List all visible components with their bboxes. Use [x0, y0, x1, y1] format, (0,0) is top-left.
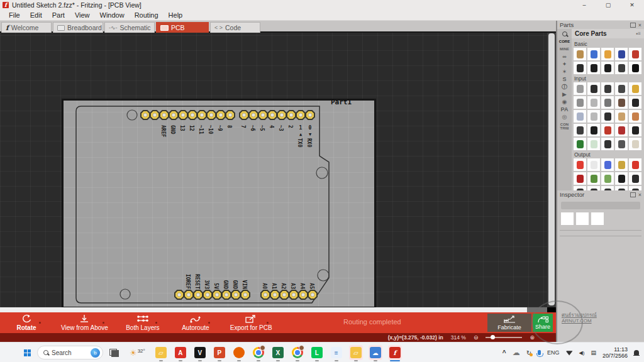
part-imu-board[interactable]	[615, 138, 628, 150]
export-for-pcb-button[interactable]: Export for PCB	[230, 314, 272, 331]
part-part[interactable]	[629, 186, 641, 190]
notifications-icon[interactable]	[634, 350, 639, 355]
menu-help[interactable]: Help	[164, 11, 188, 20]
tab-mine[interactable]: MINE	[560, 47, 569, 51]
both-layers-button[interactable]: Both Layers	[125, 314, 161, 331]
part-transistor-pnp[interactable]	[587, 62, 600, 74]
part-ic-chip[interactable]	[615, 62, 628, 74]
vertical-scrollbar[interactable]	[547, 33, 556, 307]
taskbar-app-chrome-profile-2[interactable]	[291, 345, 304, 360]
part-capacitor-ceramic[interactable]	[587, 48, 600, 60]
part-lcd-screen[interactable]	[601, 172, 614, 185]
part-jumper-wire[interactable]	[615, 110, 628, 123]
weather-widget[interactable]: ☀ 32°	[130, 348, 145, 358]
part-led-matrix[interactable]	[574, 172, 586, 185]
part-photoresistor[interactable]	[629, 110, 641, 123]
part-phototransistor[interactable]	[629, 124, 641, 136]
float-panel-icon[interactable]	[630, 192, 636, 197]
part-toggle-switch[interactable]	[629, 96, 641, 109]
tab-picaxe[interactable]: ▶	[562, 92, 567, 96]
part-antenna[interactable]	[601, 138, 614, 150]
part-capacitor-electrolytic[interactable]	[615, 48, 628, 60]
taskbar-app-excel[interactable]: X	[271, 345, 285, 360]
tab-code[interactable]: < >Code	[210, 22, 260, 33]
tab-sparkfun[interactable]: ∞	[562, 55, 566, 58]
part-microphone[interactable]	[587, 82, 600, 95]
tab-snootlab[interactable]: ◉	[562, 100, 567, 104]
close-button[interactable]: ✕	[620, 0, 644, 10]
taskbar-search[interactable]: Search b	[37, 346, 103, 359]
dropdown-dot[interactable]	[39, 322, 41, 324]
part-lcd-16x2[interactable]	[587, 172, 600, 185]
menu-view[interactable]: View	[70, 11, 95, 20]
tab-propeller[interactable]: ◎	[562, 115, 567, 119]
taskbar-app-powerpoint[interactable]: P	[213, 345, 226, 360]
scrollbar-thumb[interactable]	[548, 33, 555, 305]
bin-menu-icon[interactable]: ▪≡	[636, 31, 641, 36]
tab-intel[interactable]: ⓘ	[562, 85, 567, 89]
menu-routing[interactable]: Routing	[130, 11, 164, 20]
part-rotary-encoder[interactable]	[629, 82, 641, 95]
taskbar-app-firefox[interactable]	[232, 345, 246, 360]
menu-file[interactable]: File	[4, 11, 25, 20]
tab-seeed[interactable]: ✶	[562, 70, 567, 74]
parts-search-button[interactable]	[557, 29, 572, 38]
start-button[interactable]	[24, 349, 31, 356]
part-potentiometer[interactable]	[574, 82, 586, 95]
zoom-in-icon[interactable]: ⊕	[530, 334, 535, 341]
taskbar-app-onedrive-app[interactable]: ☁	[369, 345, 382, 360]
inspector-preview-schematic[interactable]	[576, 212, 589, 225]
part-led-rgb[interactable]	[601, 158, 614, 171]
part-mystery-part[interactable]	[629, 62, 641, 74]
volume-icon[interactable]: ◀)	[579, 350, 585, 356]
part-diode[interactable]	[574, 62, 586, 74]
part-connector[interactable]	[574, 124, 586, 136]
part-crystal[interactable]	[587, 110, 600, 123]
onedrive-icon[interactable]: ☁	[513, 348, 520, 357]
part-reed-switch[interactable]	[587, 138, 600, 150]
taskbar-app-file-explorer[interactable]: ▱	[154, 345, 168, 360]
part-part[interactable]	[574, 186, 586, 190]
tab-sparkfun-s[interactable]: S	[562, 77, 566, 81]
part-resonator[interactable]	[601, 96, 614, 109]
part-slide-switch[interactable]	[615, 82, 628, 95]
pcb-canvas[interactable]: Part1 AREFGND1312~11~10~987~6~54~321▲TX0…	[0, 33, 547, 307]
part-humidity-sensor[interactable]	[629, 138, 641, 150]
part-rotary-dip[interactable]	[587, 96, 600, 109]
clock[interactable]: 11:13 20/7/2566	[602, 346, 628, 359]
close-panel-icon[interactable]: ×	[638, 22, 641, 28]
dropdown-dot[interactable]	[155, 322, 157, 324]
inspector-preview-pcb[interactable]	[591, 212, 604, 225]
horizontal-scrollbar[interactable]	[0, 307, 547, 312]
tab-contrib[interactable]: CON TRIB	[557, 123, 572, 130]
fabricate-button[interactable]: Fabricate	[487, 314, 531, 332]
menu-edit[interactable]: Edit	[25, 11, 47, 20]
tab-schematic[interactable]: -∿-Schematic	[104, 22, 155, 33]
dropdown-dot[interactable]	[267, 322, 269, 324]
task-view-button[interactable]	[109, 349, 118, 356]
rotate-button[interactable]: Rotate	[8, 314, 45, 331]
part-speaker[interactable]	[629, 172, 641, 185]
part-part[interactable]	[587, 186, 600, 190]
device-icon[interactable]: ▤	[591, 349, 596, 356]
scrollbar-thumb[interactable]	[0, 307, 527, 312]
part-piezo-buzzer[interactable]	[615, 172, 628, 185]
dropdown-dot[interactable]	[103, 322, 104, 324]
microphone-icon[interactable]	[538, 350, 541, 355]
part-pcb-module-green[interactable]	[574, 138, 586, 150]
part-inductor-coil[interactable]	[629, 48, 641, 60]
zoom-slider-thumb[interactable]	[491, 335, 495, 339]
taskbar-app-line[interactable]: L	[310, 345, 324, 360]
minimize-button[interactable]: –	[572, 0, 596, 10]
part-resistor[interactable]	[574, 48, 586, 60]
taskbar-app-notepad[interactable]: ≡	[330, 345, 343, 360]
sync-icon[interactable]: ↻	[526, 349, 531, 356]
taskbar-app-fritzing[interactable]: f	[388, 345, 402, 360]
menu-part[interactable]: Part	[47, 11, 70, 20]
parts-bin-title[interactable]: Core Parts▪≡	[572, 29, 644, 38]
autoroute-button[interactable]: Autoroute	[177, 314, 214, 331]
part-part[interactable]	[615, 186, 628, 190]
pcb-board[interactable]: Part1 AREFGND1312~11~10~987~6~54~321▲TX0…	[62, 99, 376, 307]
tab-welcome[interactable]: fWelcome	[1, 22, 52, 33]
maximize-button[interactable]: ▢	[596, 0, 620, 10]
